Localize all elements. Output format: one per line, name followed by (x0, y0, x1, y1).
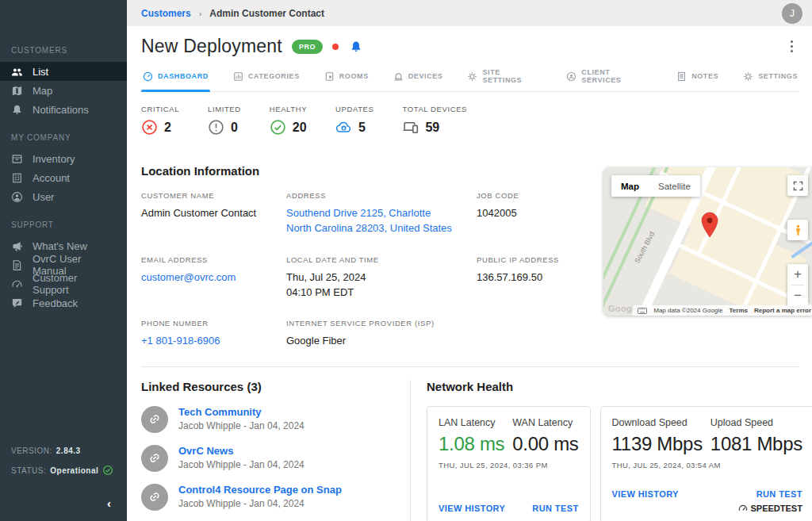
network-health-section: Network Health LAN Latency WAN Latency 1… (411, 380, 799, 521)
run-test-link[interactable]: RUN TEST (532, 504, 578, 513)
stat-value: 2 (164, 121, 171, 135)
resource-list-item: Control4 Resource Page on Snap Jacob Whi… (141, 484, 396, 511)
datetime-line2: 04:10 PM EDT (286, 286, 354, 298)
inventory-icon (11, 153, 23, 165)
categories-icon (233, 71, 243, 82)
limited-icon (208, 119, 224, 136)
sidebar-item-feedback[interactable]: Feedback (0, 293, 127, 312)
tab-dashboard[interactable]: DASHBOARD (141, 68, 210, 91)
user-avatar[interactable]: J (782, 3, 802, 24)
wan-latency-value: 0.00 ms (512, 433, 578, 455)
tab-categories[interactable]: CATEGORIES (232, 68, 301, 91)
user-icon (11, 191, 23, 203)
sidebar-item-account[interactable]: Account (0, 168, 127, 187)
field-label: CUSTOMER NAME (141, 191, 286, 200)
top-bar: Customers › Admin Customer Contact J (127, 0, 812, 26)
tab-label: ROOMS (339, 72, 369, 80)
version-label: VERSION: (11, 446, 52, 455)
main-area: Customers › Admin Customer Contact J New… (127, 0, 812, 521)
sidebar-item-notifications[interactable]: Notifications (0, 100, 127, 119)
map-button[interactable]: Map (611, 175, 649, 197)
zoom-out-button[interactable]: − (787, 285, 808, 306)
building-icon (11, 172, 23, 184)
speedtest-branding[interactable]: SPEEDTEST (612, 504, 802, 513)
link-icon (141, 406, 168, 433)
speed-card: Download Speed Upload Speed 1139 Mbps 10… (600, 406, 812, 521)
zoom-controls: + − (787, 264, 808, 306)
network-health-heading: Network Health (427, 380, 799, 393)
tab-label: DASHBOARD (158, 72, 209, 80)
sidebar-item-map[interactable]: Map (0, 81, 127, 100)
site-settings-gear-icon (467, 71, 477, 82)
view-history-link[interactable]: VIEW HISTORY (612, 489, 679, 499)
field-label: JOB CODE (477, 191, 603, 200)
view-history-link[interactable]: VIEW HISTORY (439, 504, 505, 513)
tab-site-settings[interactable]: SITE SETTINGS (465, 68, 543, 91)
tab-devices[interactable]: DEVICES (392, 68, 445, 91)
section-label-customers: CUSTOMERS (0, 46, 127, 55)
tab-rooms[interactable]: ROOMS (323, 68, 370, 91)
sidebar-item-customer-support[interactable]: Customer Support (0, 274, 127, 293)
phone-link[interactable]: +1 801-918-6906 (141, 335, 220, 347)
sidebar-item-list[interactable]: List (0, 62, 127, 81)
sidebar-item-inventory[interactable]: Inventory (0, 149, 127, 168)
status-row: STATUS: Operational (11, 465, 116, 476)
pegman-button[interactable] (787, 220, 808, 240)
speedtest-label: SPEEDTEST (750, 504, 802, 513)
report-map-error-link[interactable]: Report a map error (754, 307, 811, 314)
sidebar-collapse-chevron-icon[interactable]: ‹ (11, 485, 116, 515)
map-canvas[interactable]: South Blvd Map Satellite (603, 167, 812, 316)
sidebar-item-label: Map (33, 85, 52, 97)
version-row: VERSION: 2.84.3 (11, 446, 116, 455)
stat-value: 5 (358, 121, 366, 135)
field-value: 1042005 (477, 206, 603, 221)
zoom-in-button[interactable]: + (787, 264, 808, 285)
dashboard-icon (143, 71, 153, 82)
stat-healthy: HEALTHY 20 (270, 105, 307, 136)
fullscreen-button[interactable] (787, 175, 808, 196)
resource-link[interactable]: Control4 Resource Page on Snap (178, 484, 342, 496)
field-public-ip: PUBLIC IP ADDRESS 136.57.169.50 (477, 255, 603, 301)
section-label-my-company: MY COMPANY (0, 133, 127, 142)
tab-label: CATEGORIES (248, 72, 300, 80)
resource-link[interactable]: Tech Community (178, 406, 304, 418)
sidebar-item-label: What's New (33, 240, 87, 252)
sidebar-item-label: List (33, 66, 48, 78)
sidebar-item-user[interactable]: User (0, 187, 127, 206)
terms-link[interactable]: Terms (730, 307, 748, 314)
tab-label: NOTES (691, 72, 718, 80)
stat-critical: CRITICAL 2 (141, 105, 179, 136)
address-link[interactable]: Southend Drive 2125, Charlotte North Car… (286, 207, 452, 234)
run-test-link[interactable]: RUN TEST (756, 489, 802, 499)
tab-notes[interactable]: NOTES (675, 68, 720, 91)
field-isp: INTERNET SERVICE PROVIDER (ISP) Google F… (286, 319, 477, 349)
field-value: Google Fiber (286, 334, 477, 349)
satellite-button[interactable]: Satellite (649, 175, 700, 197)
email-link[interactable]: customer@ovrc.com (141, 271, 236, 283)
download-speed-label: Download Speed (612, 417, 703, 428)
notification-bell-icon[interactable] (350, 40, 362, 53)
field-label: LOCAL DATE AND TIME (286, 255, 477, 264)
linked-resources-heading: Linked Resources (3) (141, 380, 396, 393)
field-email: EMAIL ADDRESS customer@ovrc.com (141, 255, 286, 301)
pegman-icon (793, 224, 803, 236)
bottom-section: Linked Resources (3) Tech Community Jaco… (141, 366, 799, 521)
latency-timestamp: THU, JUL 25, 2024, 03:36 PM (439, 461, 579, 469)
breadcrumb-root[interactable]: Customers (141, 8, 191, 19)
section-label-support: SUPPORT (0, 220, 127, 229)
device-status-summary: CRITICAL 2 LIMITED 0 HEALTHY (141, 105, 799, 136)
total-devices-icon (402, 119, 419, 136)
bell-icon (11, 104, 23, 116)
people-icon (11, 66, 23, 78)
kebab-menu-icon[interactable] (787, 37, 797, 56)
tab-settings[interactable]: SETTINGS (741, 68, 799, 91)
sidebar-item-label: Customer Support (33, 272, 116, 296)
stat-updates: UPDATES 5 (335, 105, 373, 136)
tab-label: SITE SETTINGS (482, 68, 542, 84)
resource-meta: Jacob Whipple - Jan 04, 2024 (178, 459, 304, 470)
resource-link[interactable]: OvrC News (178, 445, 304, 457)
devices-icon (393, 71, 404, 82)
tab-client-services[interactable]: CLIENT SERVICES (565, 68, 653, 91)
field-customer-name: CUSTOMER NAME Admin Customer Contact (141, 191, 286, 236)
field-label: ADDRESS (286, 191, 477, 200)
